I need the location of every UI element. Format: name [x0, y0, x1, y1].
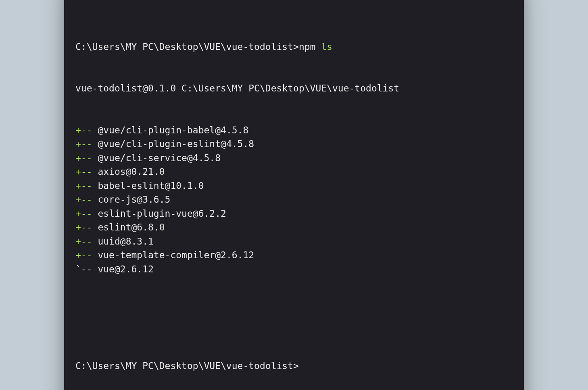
- package-line: +-- eslint-plugin-vue@6.2.2: [75, 207, 513, 221]
- package-name: eslint-plugin-vue@6.2.2: [98, 208, 226, 219]
- package-name: vue-template-compiler@2.6.12: [98, 250, 254, 260]
- package-line: +-- vue-template-compiler@2.6.12: [75, 248, 513, 262]
- tree-prefix: +--: [75, 125, 98, 135]
- prompt-path-2: C:\Users\MY PC\Desktop\VUE\vue-todolist>: [75, 361, 299, 371]
- tree-prefix: +--: [75, 222, 98, 232]
- terminal-window: C:\Users\MY PC\Desktop\VUE\vue-todolist>…: [64, 0, 524, 390]
- package-name: @vue/cli-plugin-babel@4.5.8: [98, 125, 248, 135]
- tree-prefix: +--: [75, 250, 98, 260]
- blank-line: [75, 304, 513, 331]
- output-header: vue-todolist@0.1.0 C:\Users\MY PC\Deskto…: [75, 81, 513, 95]
- package-line: +-- eslint@6.8.0: [75, 220, 513, 234]
- tree-prefix: +--: [75, 194, 98, 205]
- prompt-line-2: C:\Users\MY PC\Desktop\VUE\vue-todolist>: [75, 359, 513, 373]
- package-line: +-- @vue/cli-plugin-eslint@4.5.8: [75, 137, 513, 151]
- terminal-body[interactable]: C:\Users\MY PC\Desktop\VUE\vue-todolist>…: [64, 0, 524, 390]
- package-name: @vue/cli-plugin-eslint@4.5.8: [98, 139, 254, 149]
- package-line: +-- babel-eslint@10.1.0: [75, 179, 513, 193]
- package-name: babel-eslint@10.1.0: [98, 180, 204, 191]
- tree-prefix: +--: [75, 208, 98, 219]
- package-line: +-- axios@0.21.0: [75, 165, 513, 179]
- package-name: eslint@6.8.0: [98, 222, 165, 232]
- package-line: +-- uuid@8.3.1: [75, 234, 513, 249]
- package-line: `-- vue@2.6.12: [75, 262, 513, 276]
- prompt-path: C:\Users\MY PC\Desktop\VUE\vue-todolist>: [75, 41, 299, 52]
- tree-prefix: +--: [75, 139, 98, 149]
- command: ls: [321, 41, 332, 52]
- command-line: C:\Users\MY PC\Desktop\VUE\vue-todolist>…: [75, 40, 513, 54]
- package-list: +-- @vue/cli-plugin-babel@4.5.8+-- @vue/…: [75, 123, 513, 276]
- package-line: +-- core-js@3.6.5: [75, 193, 513, 207]
- package-name: core-js@3.6.5: [98, 194, 170, 205]
- package-name: @vue/cli-service@4.5.8: [98, 153, 221, 163]
- package-name: vue@2.6.12: [98, 264, 153, 274]
- package-name: axios@0.21.0: [98, 166, 165, 177]
- tree-prefix: +--: [75, 236, 98, 247]
- package-line: +-- @vue/cli-service@4.5.8: [75, 151, 513, 165]
- tree-prefix: `--: [75, 264, 98, 274]
- tree-prefix: +--: [75, 166, 98, 177]
- package-line: +-- @vue/cli-plugin-babel@4.5.8: [75, 123, 513, 137]
- tree-prefix: +--: [75, 153, 98, 163]
- command-prefix: npm: [299, 41, 321, 52]
- package-name: uuid@8.3.1: [98, 236, 153, 247]
- tree-prefix: +--: [75, 180, 98, 191]
